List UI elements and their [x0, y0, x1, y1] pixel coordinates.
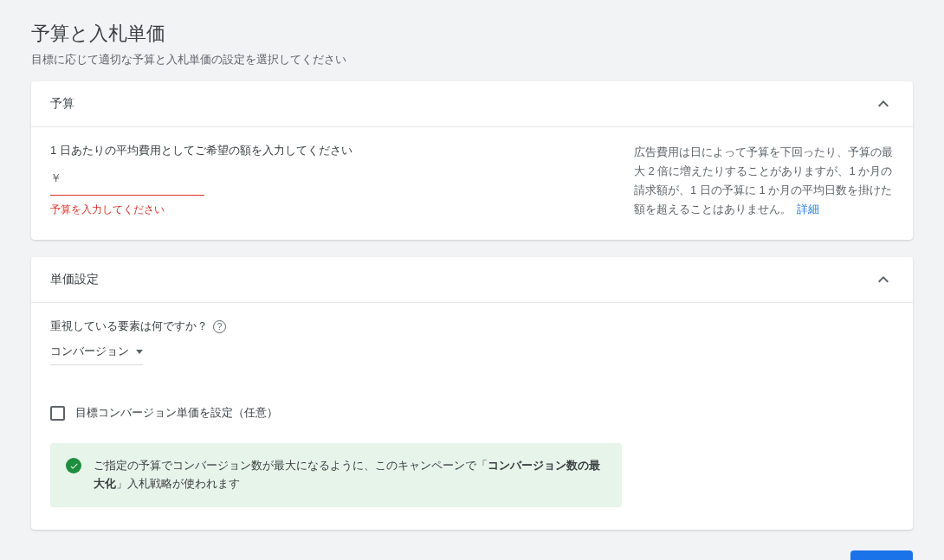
- bid-card-header[interactable]: 単価設定: [31, 257, 913, 303]
- chevron-up-icon: [873, 269, 894, 290]
- check-circle-icon: [66, 458, 81, 473]
- page-title: 予算と入札単価: [31, 21, 913, 47]
- currency-symbol: ￥: [50, 171, 61, 184]
- budget-info-body: 広告費用は日によって予算を下回ったり、予算の最大 2 倍に増えたりすることがあり…: [634, 145, 893, 216]
- bid-header-title: 単価設定: [50, 272, 99, 287]
- budget-field-label: 1 日あたりの平均費用としてご希望の額を入力してください: [50, 143, 591, 158]
- bid-card: 単価設定 重視している要素は何ですか？ ? コンバージョン 目標コンバージョン単…: [31, 257, 913, 530]
- budget-card-header[interactable]: 予算: [31, 81, 913, 127]
- target-cpa-label: 目標コンバージョン単価を設定（任意）: [75, 405, 278, 421]
- budget-card-body: 1 日あたりの平均費用としてご希望の額を入力してください ￥ 予算を入力してくだ…: [31, 127, 913, 240]
- target-cpa-checkbox[interactable]: [50, 406, 65, 421]
- notice-prefix: ご指定の予算でコンバージョン数が最大になるように、このキャンペーンで「: [94, 459, 488, 472]
- chevron-up-icon: [873, 93, 894, 114]
- focus-select-value: コンバージョン: [50, 344, 129, 359]
- budget-info-link[interactable]: 詳細: [797, 203, 819, 216]
- budget-header-title: 予算: [50, 96, 74, 112]
- strategy-notice: ご指定の予算でコンバージョン数が最大になるように、このキャンペーンで「コンバージ…: [50, 443, 622, 507]
- budget-error-text: 予算を入力してください: [50, 203, 591, 217]
- target-cpa-row: 目標コンバージョン単価を設定（任意）: [50, 405, 894, 421]
- budget-card: 予算 1 日あたりの平均費用としてご希望の額を入力してください ￥ 予算を入力し…: [31, 81, 913, 240]
- notice-suffix: 」入札戦略が使われます: [116, 477, 240, 490]
- dropdown-icon: [136, 350, 143, 354]
- focus-label: 重視している要素は何ですか？: [50, 319, 208, 334]
- budget-input-section: 1 日あたりの平均費用としてご希望の額を入力してください ￥ 予算を入力してくだ…: [50, 143, 591, 219]
- budget-input[interactable]: ￥: [50, 171, 204, 196]
- focus-question-row: 重視している要素は何ですか？ ?: [50, 319, 894, 334]
- next-button[interactable]: 次へ: [850, 550, 913, 560]
- help-icon[interactable]: ?: [213, 320, 226, 333]
- focus-select[interactable]: コンバージョン: [50, 344, 143, 365]
- footer-row: 次へ: [31, 550, 913, 560]
- budget-info-text: 広告費用は日によって予算を下回ったり、予算の最大 2 倍に増えたりすることがあり…: [634, 143, 894, 219]
- page-subtitle: 目標に応じて適切な予算と入札単価の設定を選択してください: [31, 52, 913, 68]
- strategy-notice-text: ご指定の予算でコンバージョン数が最大になるように、このキャンペーンで「コンバージ…: [94, 457, 606, 493]
- bid-card-body: 重視している要素は何ですか？ ? コンバージョン 目標コンバージョン単価を設定（…: [31, 303, 913, 530]
